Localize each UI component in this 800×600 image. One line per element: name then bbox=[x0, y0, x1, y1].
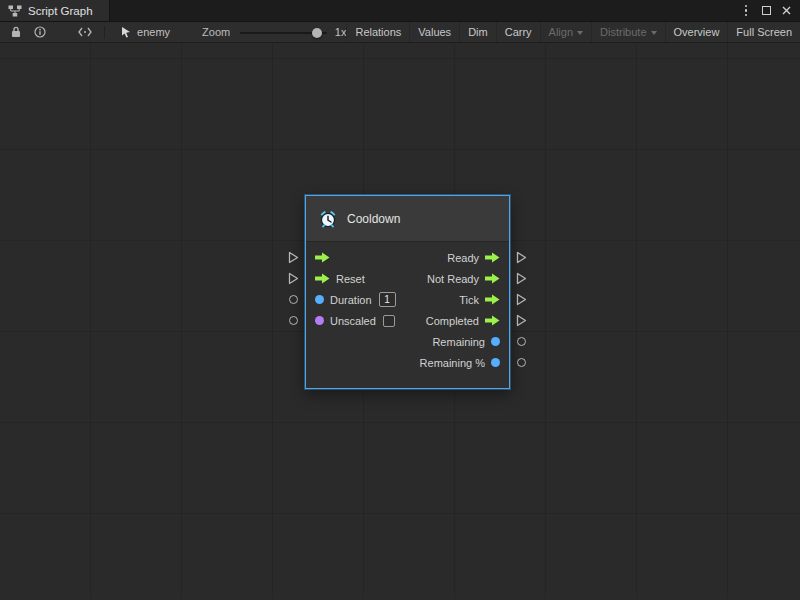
full-screen-button[interactable]: Full Screen bbox=[727, 22, 800, 42]
distribute-button[interactable]: Distribute bbox=[591, 22, 664, 42]
graph-name: enemy bbox=[137, 26, 170, 38]
relations-button[interactable]: Relations bbox=[346, 22, 409, 42]
alarm-clock-icon bbox=[318, 209, 338, 229]
input-port-row-reset: Reset bbox=[306, 268, 405, 289]
carry-button[interactable]: Carry bbox=[496, 22, 540, 42]
port-label: Tick bbox=[459, 294, 479, 306]
port-label: Completed bbox=[426, 315, 479, 327]
input-port-row-duration: Duration 1 bbox=[306, 289, 405, 310]
port-label: Reset bbox=[336, 273, 365, 285]
port-label: Unscaled bbox=[330, 315, 376, 327]
float-output-port-icon[interactable] bbox=[491, 358, 500, 367]
zoom-slider[interactable] bbox=[240, 22, 327, 42]
output-port-row-not-ready: Not Ready bbox=[411, 268, 509, 289]
tab-title: Script Graph bbox=[28, 5, 93, 17]
port-label: Ready bbox=[447, 252, 479, 264]
input-port-row-enter bbox=[306, 247, 405, 268]
window-controls bbox=[737, 0, 800, 21]
tab-script-graph[interactable]: Script Graph bbox=[0, 0, 110, 21]
float-input-port-icon[interactable] bbox=[315, 295, 324, 304]
flow-output-port-icon[interactable] bbox=[485, 315, 500, 326]
graph-canvas[interactable]: Cooldown Reset Dur bbox=[0, 43, 800, 599]
pointer-icon bbox=[120, 26, 132, 38]
value-output-connector[interactable] bbox=[517, 337, 526, 346]
values-button[interactable]: Values bbox=[409, 22, 459, 42]
flow-input-connector[interactable] bbox=[288, 272, 299, 285]
chevron-down-icon bbox=[651, 31, 657, 35]
graph-toolbar: enemy Zoom 1x Relations Values Dim Carry… bbox=[0, 22, 800, 43]
menu-icon[interactable] bbox=[737, 2, 755, 20]
port-label: Duration bbox=[330, 294, 372, 306]
flow-output-connector[interactable] bbox=[516, 314, 527, 327]
input-port-row-unscaled: Unscaled bbox=[306, 310, 405, 331]
output-port-row-remaining: Remaining bbox=[411, 331, 509, 352]
titlebar: Script Graph bbox=[0, 0, 800, 22]
node-title: Cooldown bbox=[347, 212, 400, 226]
flow-output-port-icon[interactable] bbox=[485, 252, 500, 263]
node-header[interactable]: Cooldown bbox=[306, 196, 509, 242]
info-icon[interactable] bbox=[30, 22, 50, 42]
output-port-row-remaining-pct: Remaining % bbox=[411, 352, 509, 373]
duration-value-field[interactable]: 1 bbox=[379, 292, 396, 307]
output-ports: Ready Not Ready Tick bbox=[411, 247, 509, 373]
maximize-icon[interactable] bbox=[757, 2, 775, 20]
flow-input-connector[interactable] bbox=[288, 251, 299, 264]
bool-input-port-icon[interactable] bbox=[315, 316, 324, 325]
script-graph-icon bbox=[8, 5, 22, 17]
flow-input-port-icon[interactable] bbox=[315, 273, 330, 284]
cooldown-node[interactable]: Cooldown Reset Dur bbox=[305, 195, 510, 389]
zoom-label: Zoom bbox=[202, 26, 230, 38]
dim-button[interactable]: Dim bbox=[459, 22, 496, 42]
value-input-connector[interactable] bbox=[289, 295, 298, 304]
graph-breadcrumb[interactable]: enemy bbox=[114, 22, 176, 42]
zoom-value: 1x bbox=[335, 26, 347, 38]
output-port-row-ready: Ready bbox=[411, 247, 509, 268]
output-port-row-completed: Completed bbox=[411, 310, 509, 331]
flow-output-port-icon[interactable] bbox=[485, 273, 500, 284]
overview-button[interactable]: Overview bbox=[665, 22, 728, 42]
value-output-connector[interactable] bbox=[517, 358, 526, 367]
flow-output-connector[interactable] bbox=[516, 293, 527, 306]
port-label: Remaining % bbox=[420, 357, 485, 369]
output-port-row-tick: Tick bbox=[411, 289, 509, 310]
flow-output-port-icon[interactable] bbox=[485, 294, 500, 305]
toolbar-separator bbox=[104, 26, 105, 39]
port-label: Remaining bbox=[432, 336, 485, 348]
lock-icon[interactable] bbox=[6, 22, 26, 42]
align-button[interactable]: Align bbox=[540, 22, 591, 42]
port-label: Not Ready bbox=[427, 273, 479, 285]
flow-input-port-icon[interactable] bbox=[315, 252, 330, 263]
flow-output-connector[interactable] bbox=[516, 272, 527, 285]
flow-output-connector[interactable] bbox=[516, 251, 527, 264]
input-ports: Reset Duration 1 Unscaled bbox=[306, 247, 405, 373]
code-icon[interactable] bbox=[75, 22, 95, 42]
zoom-slider-knob[interactable] bbox=[312, 28, 322, 38]
float-output-port-icon[interactable] bbox=[491, 337, 500, 346]
close-icon[interactable] bbox=[777, 2, 795, 20]
chevron-down-icon bbox=[577, 31, 583, 35]
value-input-connector[interactable] bbox=[289, 316, 298, 325]
toolbar-buttons: Relations Values Dim Carry Align Distrib… bbox=[346, 22, 800, 42]
node-body: Reset Duration 1 Unscaled Ready bbox=[306, 242, 509, 388]
unscaled-checkbox[interactable] bbox=[383, 315, 395, 327]
